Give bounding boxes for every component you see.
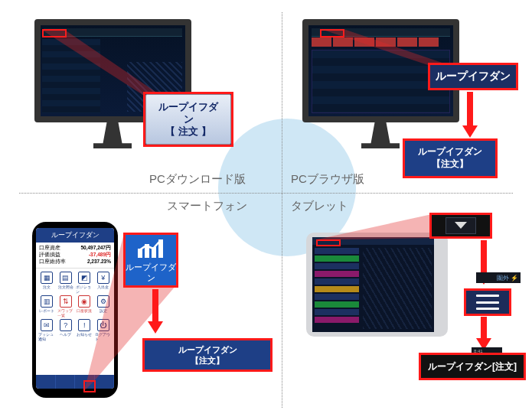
callout-line2: 【 注文 】 [154,125,223,138]
smartphone-loop-icon[interactable]: ループイフダン [123,233,178,288]
pc-browser-order-button[interactable]: ループイフダン 【注文】 [403,138,498,178]
tablet-status-strip: 圏外 ⚡ [476,272,521,283]
smartphone-nav-highlight [83,380,96,392]
tablet-top-highlight [316,239,341,246]
svg-marker-8 [455,222,467,229]
smartphone-device: ループイフダン 口座資産50,497,247円 評価損益-37,489円 口座維… [32,222,118,398]
menu-item[interactable]: ¥入出金 [95,272,113,294]
app-title: ループイフダン [36,228,114,243]
pc-browser-tab-highlight [320,29,344,37]
tablet-device [306,233,448,337]
tab-label: ループイフダン [436,70,511,83]
menu-item[interactable]: ✉プッシュ通知 [38,319,56,341]
divider-vertical [282,12,282,408]
label-pc-browser: PCブラウザ版 [291,172,364,187]
line2: 【注文】 [191,355,224,366]
pc-browser-tab-callout[interactable]: ループイフダン [428,63,518,90]
menu-item[interactable]: ⏻ログアウト [95,319,113,341]
menu-item[interactable]: ⚙設定 [95,295,113,317]
menu-item[interactable]: ⇅スワップ一覧 [57,295,75,317]
order-label: ループイフダン[注文] [428,360,517,373]
monitor-stand [361,122,400,148]
line1: ループイフダン [418,146,482,158]
menu-item[interactable]: !お知らせ [76,319,93,341]
tablet-menu-button[interactable] [464,288,511,316]
callout-line1: ループイフダン [154,101,223,126]
label-tablet: タブレット [291,199,348,213]
app-menu-grid: ▦注文 ▤注文照会 ◩ポジション ¥入出金 ▥レポート ⇅スワップ一覧 ◉口座状… [36,269,114,344]
bar-chart-icon [136,236,165,259]
menu-item[interactable]: ▤注文照会 [57,272,75,294]
menu-item[interactable]: ◉口座状況 [76,295,93,317]
hamburger-icon [476,295,499,310]
pc-download-order-callout[interactable]: ループイフダン 【 注文 】 [143,92,233,147]
smartphone-order-button[interactable]: ループイフダン 【注文】 [142,338,273,372]
menu-item[interactable]: ▥レポート [38,295,56,317]
menu-item[interactable]: ?ヘルプ [57,319,75,341]
monitor-stand [93,122,132,148]
line2: 【注文】 [432,158,468,171]
icon-label: ループイフダン [126,262,176,284]
pc-download-highlight [42,29,67,37]
divider-horizontal [19,193,513,194]
label-smartphone: スマートフォン [167,199,247,213]
chevron-down-icon [455,222,467,230]
label-pc-download: PCダウンロード版 [149,172,246,187]
account-info: 口座資産50,497,247円 評価損益-37,489円 口座維持率2,237.… [36,243,114,269]
tablet-order-button[interactable]: ループイフダン[注文] [419,353,526,380]
tablet-dropdown-callout[interactable] [429,213,492,239]
bottom-nav[interactable] [36,375,114,389]
line1: ループイフダン [178,344,237,355]
menu-item[interactable]: ▦注文 [38,272,56,294]
menu-item[interactable]: ◩ポジション [76,272,93,294]
